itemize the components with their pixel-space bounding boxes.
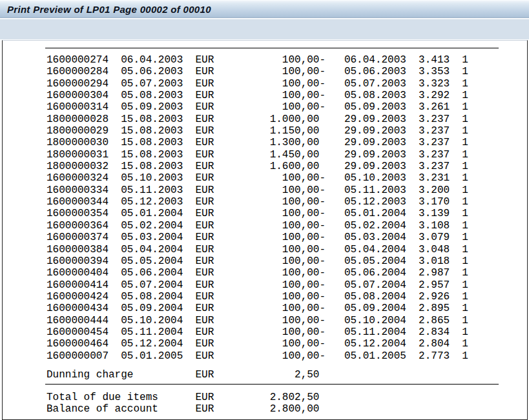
report-row: 1800000028 15.08.2003 EUR 1.000,00 29.09… (47, 114, 468, 125)
report-row: 1600000414 05.07.2004 EUR 100,00- 05.07.… (47, 279, 468, 291)
titlebar: Print Preview of LP01 Page 00002 of 0001… (0, 0, 529, 18)
window-title: Print Preview of LP01 Page 00002 of 0001… (7, 4, 211, 15)
report-row: 1600000404 05.06.2004 EUR 100,00- 05.06.… (47, 267, 468, 279)
dunning-charge-line: Dunning charge EUR 2,50 (47, 369, 326, 381)
totals-lines: Total of due items EUR 2.802,50 Balance … (47, 392, 326, 415)
report-row: 1600000364 05.02.2004 EUR 100,00- 05.02.… (47, 220, 468, 232)
report-row: 1600000294 05.07.2003 EUR 100,00- 05.07.… (47, 78, 468, 90)
report-row: 1600000424 05.08.2004 EUR 100,00- 05.08.… (47, 291, 468, 303)
report-row: 1600000324 05.10.2003 EUR 100,00- 05.10.… (47, 172, 468, 184)
report-row: 1600000314 05.09.2003 EUR 100,00- 05.09.… (47, 101, 468, 113)
report-row: 1600000304 05.08.2003 EUR 100,00- 05.08.… (47, 90, 468, 101)
print-preview-window: Print Preview of LP01 Page 00002 of 0001… (0, 0, 529, 420)
print-page: 1600000274 06.04.2003 EUR 100,00- 06.04.… (2, 40, 528, 420)
report-row: 1600000394 05.05.2004 EUR 100,00- 05.05.… (47, 255, 468, 267)
report-row: 1600000384 05.04.2004 EUR 100,00- 05.04.… (47, 244, 468, 255)
report-row: 1800000032 15.08.2003 EUR 1.600,00 29.09… (47, 161, 468, 172)
toolbar-band (0, 19, 529, 39)
report-row: 1600000334 05.11.2003 EUR 100,00- 05.11.… (47, 185, 468, 196)
report-row: 1600000344 05.12.2003 EUR 100,00- 05.12.… (47, 196, 468, 208)
report-row: 1600000007 05.01.2005 EUR 100,00- 05.01.… (47, 350, 468, 362)
report-top-rule (45, 48, 499, 48)
totals-rule (45, 384, 499, 385)
report-row: 1600000354 05.01.2004 EUR 100,00- 05.01.… (47, 208, 468, 219)
report-row: 1600000464 05.12.2004 EUR 100,00- 05.12.… (47, 338, 468, 350)
report-row: 1600000374 05.03.2004 EUR 100,00- 05.03.… (47, 232, 468, 243)
report-row: 1600000284 05.06.2003 EUR 100,00- 05.06.… (47, 66, 468, 77)
report-row: 1600000444 05.10.2004 EUR 100,00- 05.10.… (47, 315, 468, 326)
report-row: 1600000454 05.11.2004 EUR 100,00- 05.11.… (47, 326, 468, 338)
report-row: 1800000030 15.08.2003 EUR 1.300,00 29.09… (47, 137, 468, 148)
report-row: 1600000274 06.04.2003 EUR 100,00- 06.04.… (47, 54, 468, 66)
report-row: 1800000029 15.08.2003 EUR 1.150,00 29.09… (47, 125, 468, 137)
report-row: 1600000434 05.09.2004 EUR 100,00- 05.09.… (47, 303, 468, 314)
report-row: 1800000031 15.08.2003 EUR 1.450,00 29.09… (47, 149, 468, 161)
line-item-table: 1600000274 06.04.2003 EUR 100,00- 06.04.… (47, 54, 468, 362)
